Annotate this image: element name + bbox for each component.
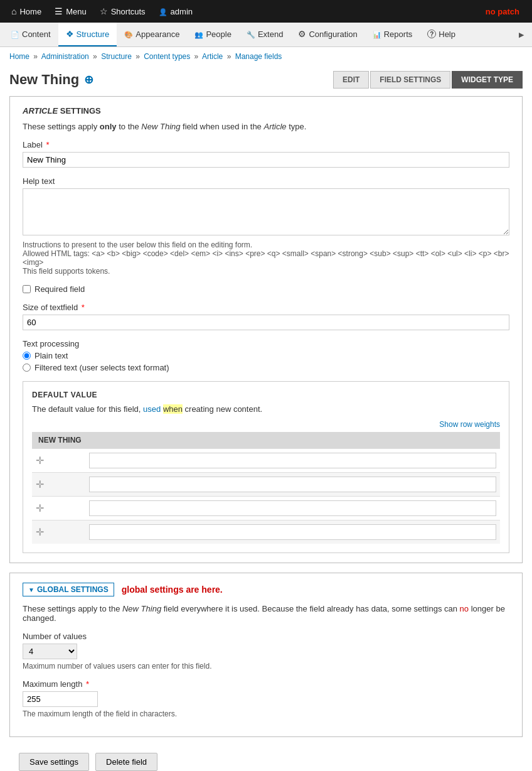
label-field-label: Label *	[23, 140, 509, 149]
default-value-desc: The default value for this field, used w…	[32, 404, 500, 414]
filtered-text-row: Filtered text (user selects text format)	[23, 363, 509, 372]
row-input-1[interactable]	[89, 453, 496, 468]
nav-content[interactable]: Content	[3, 23, 58, 46]
number-of-values-select[interactable]: 1 2 3 4 5 Unlimited	[23, 644, 77, 659]
new-thing-table: NEW THING ✛ ✛ ✛	[32, 432, 500, 544]
required-field-row: Required field	[23, 284, 509, 294]
table-row: ✛	[32, 473, 500, 497]
default-value-box: DEFAULT VALUE The default value for this…	[23, 381, 509, 553]
maximum-length-group: Maximum length * The maximum length of t…	[23, 679, 509, 718]
nav-configuration[interactable]: Configuration	[290, 23, 364, 46]
table-row: ✛	[32, 520, 500, 544]
size-field-group: Size of textfield *	[23, 303, 509, 330]
save-settings-button[interactable]: Save settings	[19, 753, 89, 771]
drag-handle-cell: ✛	[32, 449, 85, 473]
collapse-button[interactable]: ▶	[514, 24, 529, 45]
global-settings-toggle[interactable]: ▼ GLOBAL SETTINGS	[23, 583, 114, 596]
nav-right: ▶	[514, 24, 529, 45]
dv-desc-1: The default value for this field,	[32, 404, 143, 414]
drag-handle-cell: ✛	[32, 473, 85, 497]
filtered-text-radio[interactable]	[23, 364, 31, 372]
row-input-cell	[85, 520, 500, 544]
breadcrumb-admin[interactable]: Administration	[41, 52, 89, 61]
drag-handle-icon[interactable]: ✛	[36, 503, 44, 514]
article-settings-section: ARTICLE SETTINGS These settings apply on…	[9, 96, 523, 563]
article-title-suffix: SETTINGS	[58, 106, 101, 116]
show-row-weights-link[interactable]: Show row weights	[32, 420, 500, 429]
help-text-field-group: Help text Instructions to present to the…	[23, 176, 509, 276]
shortcuts-nav-item[interactable]: Shortcuts	[95, 3, 151, 19]
tab-field-settings[interactable]: FIELD SETTINGS	[370, 71, 450, 89]
admin-nav-item[interactable]: admin	[154, 3, 198, 19]
text-processing-options: Plain text Filtered text (user selects t…	[23, 351, 509, 372]
number-of-values-note: Maximum number of values users can enter…	[23, 662, 509, 671]
desc-only: only	[100, 122, 117, 131]
home-icon	[11, 6, 16, 16]
text-processing-group: Text processing Plain text Filtered text…	[23, 339, 509, 372]
drag-handle-icon[interactable]: ✛	[36, 479, 44, 490]
row-input-4[interactable]	[89, 524, 496, 540]
text-processing-label: Text processing	[23, 339, 509, 348]
row-input-3[interactable]	[89, 500, 496, 516]
filtered-text-label[interactable]: Filtered text (user selects text format)	[35, 363, 169, 372]
article-settings-title: ARTICLE SETTINGS	[23, 106, 509, 116]
nav-help[interactable]: ? Help	[420, 23, 463, 46]
required-field-label[interactable]: Required field	[35, 284, 85, 294]
breadcrumb-content-types[interactable]: Content types	[144, 52, 190, 61]
global-settings-description: These settings apply to the New Thing fi…	[23, 604, 509, 623]
plain-text-label[interactable]: Plain text	[35, 351, 68, 360]
maximum-length-input[interactable]	[23, 691, 98, 707]
extend-icon	[247, 29, 255, 39]
structure-icon	[66, 29, 74, 39]
size-required: *	[82, 303, 85, 312]
row-input-cell	[85, 449, 500, 473]
article-settings-description: These settings apply only to the New Thi…	[23, 122, 509, 131]
nav-appearance[interactable]: Appearance	[117, 23, 187, 46]
help-text-note1: Instructions to present to the user belo…	[23, 240, 509, 249]
help-text-input[interactable]	[23, 188, 509, 235]
breadcrumb-manage-fields[interactable]: Manage fields	[235, 52, 282, 61]
size-input[interactable]	[23, 315, 509, 330]
add-icon[interactable]: ⊕	[84, 73, 93, 87]
page-title-text: New Thing	[9, 72, 79, 88]
global-desc-2: field everywhere it is used. Because the…	[161, 604, 459, 613]
config-icon	[298, 29, 306, 39]
nav-structure[interactable]: Structure	[58, 23, 117, 46]
tab-edit[interactable]: EDIT	[333, 71, 369, 89]
plain-text-row: Plain text	[23, 351, 509, 360]
row-input-2[interactable]	[89, 477, 496, 492]
max-length-required: *	[86, 679, 89, 689]
size-label-text: Size of textfield	[23, 303, 78, 312]
home-label: Home	[19, 7, 41, 16]
desc-1: These settings apply	[23, 122, 100, 131]
nav-reports[interactable]: Reports	[365, 23, 420, 46]
required-field-checkbox[interactable]	[23, 285, 31, 293]
admin-icon	[159, 6, 168, 16]
tab-widget-type[interactable]: WIDGET TYPE	[452, 71, 523, 89]
page-title: New Thing ⊕	[9, 72, 93, 88]
drag-handle-cell: ✛	[32, 497, 85, 520]
nav-config-label: Configuration	[309, 30, 357, 39]
global-settings-tagline: global settings are here.	[122, 585, 223, 595]
nav-help-label: Help	[439, 30, 455, 39]
home-nav-item[interactable]: Home	[6, 3, 46, 19]
drag-handle-icon[interactable]: ✛	[36, 455, 44, 466]
dv-used: used	[143, 404, 161, 414]
action-buttons: Save settings Delete field	[9, 747, 523, 771]
plain-text-radio[interactable]	[23, 352, 31, 360]
breadcrumb-home[interactable]: Home	[9, 52, 29, 61]
breadcrumb-structure[interactable]: Structure	[101, 52, 132, 61]
nav-extend[interactable]: Extend	[239, 23, 290, 46]
tab-buttons: EDIT FIELD SETTINGS WIDGET TYPE	[333, 71, 523, 89]
nav-people[interactable]: People	[187, 23, 238, 46]
main-content: ARTICLE SETTINGS These settings apply on…	[0, 96, 532, 771]
label-input[interactable]	[23, 152, 509, 168]
delete-field-button[interactable]: Delete field	[95, 753, 157, 771]
shortcuts-label: Shortcuts	[111, 7, 146, 16]
menu-nav-item[interactable]: Menu	[50, 3, 92, 19]
main-navigation: Content Structure Appearance People Exte…	[0, 23, 532, 47]
drag-handle-icon[interactable]: ✛	[36, 527, 44, 537]
breadcrumb-article[interactable]: Article	[202, 52, 223, 61]
drag-handle-cell: ✛	[32, 520, 85, 544]
size-field-label: Size of textfield *	[23, 303, 509, 312]
